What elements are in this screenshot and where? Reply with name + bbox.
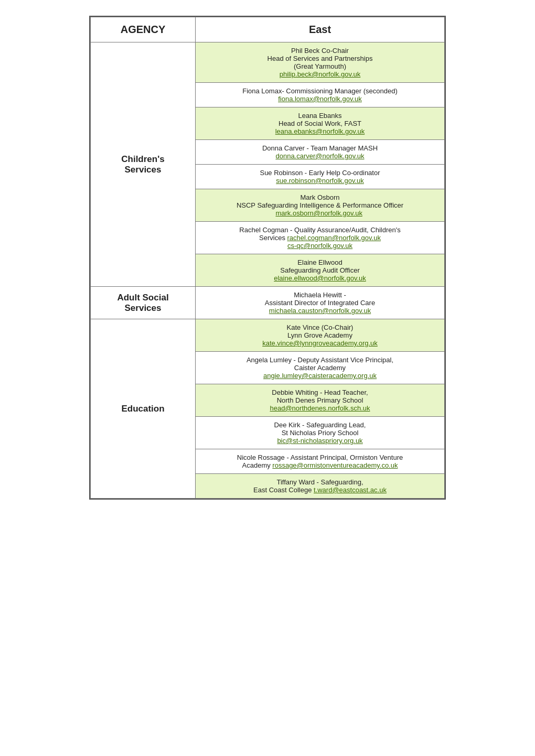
email-link[interactable]: rachel.cogman@norfolk.gov.uk (287, 234, 381, 242)
email-link[interactable]: elaine.ellwood@norfolk.gov.uk (274, 274, 366, 282)
email-link[interactable]: philip.beck@norfolk.gov.uk (280, 70, 361, 78)
email-link[interactable]: rossage@ormistonventureacademy.co.uk (272, 461, 398, 469)
content-cell: Nicole Rossage - Assistant Principal, Or… (196, 449, 445, 474)
entry: Sue Robinson - Early Help Co-ordinatorsu… (196, 165, 444, 189)
entry: Michaela Hewitt -Assistant Director of I… (196, 287, 444, 319)
entry: Leana EbanksHead of Social Work, FASTlea… (196, 107, 444, 139)
entry: Debbie Whiting - Head Teacher,North Dene… (196, 384, 444, 416)
content-cell: Mark OsbornNSCP Safeguarding Intelligenc… (196, 189, 445, 222)
content-cell: Michaela Hewitt -Assistant Director of I… (196, 287, 445, 319)
content-cell: Donna Carver - Team Manager MASHdonna.ca… (196, 140, 445, 165)
email-link[interactable]: bic@st-nicholaspriory.org.uk (277, 437, 362, 445)
content-cell: Debbie Whiting - Head Teacher,North Dene… (196, 384, 445, 417)
agency-header: AGENCY (91, 17, 196, 42)
table-row: Adult SocialServicesMichaela Hewitt -Ass… (91, 287, 445, 319)
content-cell: Phil Beck Co-ChairHead of Services and P… (196, 42, 445, 83)
email-link[interactable]: kate.vince@lynngroveacademy.org.uk (262, 339, 378, 347)
agency-cell-2: Education (91, 319, 196, 499)
content-cell: Dee Kirk - Safeguarding Lead,St Nicholas… (196, 417, 445, 449)
table-row: Children'sServicesPhil Beck Co-ChairHead… (91, 42, 445, 83)
main-table: AGENCY East Children'sServicesPhil Beck … (89, 16, 446, 500)
content-cell: Elaine EllwoodSafeguarding Audit Officer… (196, 254, 445, 287)
entry: Fiona Lomax- Commissioning Manager (seco… (196, 83, 444, 107)
agency-cell-1: Adult SocialServices (91, 287, 196, 319)
content-cell: Leana EbanksHead of Social Work, FASTlea… (196, 107, 445, 140)
entry: Kate Vince (Co-Chair)Lynn Grove Academyk… (196, 319, 444, 351)
entry: Angela Lumley - Deputy Assistant Vice Pr… (196, 352, 444, 384)
entry: Donna Carver - Team Manager MASHdonna.ca… (196, 140, 444, 164)
content-cell: Fiona Lomax- Commissioning Manager (seco… (196, 83, 445, 107)
email-link[interactable]: head@northdenes.norfolk.sch.uk (270, 404, 370, 412)
entry: Phil Beck Co-ChairHead of Services and P… (196, 42, 444, 82)
email-link[interactable]: leana.ebanks@norfolk.gov.uk (275, 127, 365, 135)
entry: Nicole Rossage - Assistant Principal, Or… (196, 449, 444, 473)
content-cell: Sue Robinson - Early Help Co-ordinatorsu… (196, 165, 445, 189)
content-cell: Tiffany Ward - Safeguarding,East Coast C… (196, 474, 445, 499)
entry: Mark OsbornNSCP Safeguarding Intelligenc… (196, 189, 444, 221)
email-link[interactable]: mark.osborn@norfolk.gov.uk (275, 209, 362, 217)
entry: Dee Kirk - Safeguarding Lead,St Nicholas… (196, 417, 444, 449)
email-link[interactable]: t.ward@eastcoast.ac.uk (314, 486, 387, 494)
content-cell: Angela Lumley - Deputy Assistant Vice Pr… (196, 352, 445, 384)
entry: Rachel Cogman - Quality Assurance/Audit,… (196, 222, 444, 254)
content-cell: Rachel Cogman - Quality Assurance/Audit,… (196, 222, 445, 254)
table-header: AGENCY East (91, 17, 445, 42)
email-link[interactable]: sue.robinson@norfolk.gov.uk (276, 177, 364, 185)
email-link[interactable]: michaela.causton@norfolk.gov.uk (269, 307, 371, 315)
email-link[interactable]: fiona.lomax@norfolk.gov.uk (278, 95, 362, 103)
entry: Tiffany Ward - Safeguarding,East Coast C… (196, 474, 444, 498)
entry: Elaine EllwoodSafeguarding Audit Officer… (196, 254, 444, 286)
email-link[interactable]: cs-qc@norfolk.gov.uk (287, 242, 352, 250)
email-link[interactable]: angie.lumley@caisteracademy.org.uk (263, 372, 377, 380)
email-link[interactable]: donna.carver@norfolk.gov.uk (275, 152, 364, 160)
table-row: EducationKate Vince (Co-Chair)Lynn Grove… (91, 319, 445, 352)
content-cell: Kate Vince (Co-Chair)Lynn Grove Academyk… (196, 319, 445, 352)
east-header: East (196, 17, 445, 42)
agency-cell-0: Children'sServices (91, 42, 196, 287)
